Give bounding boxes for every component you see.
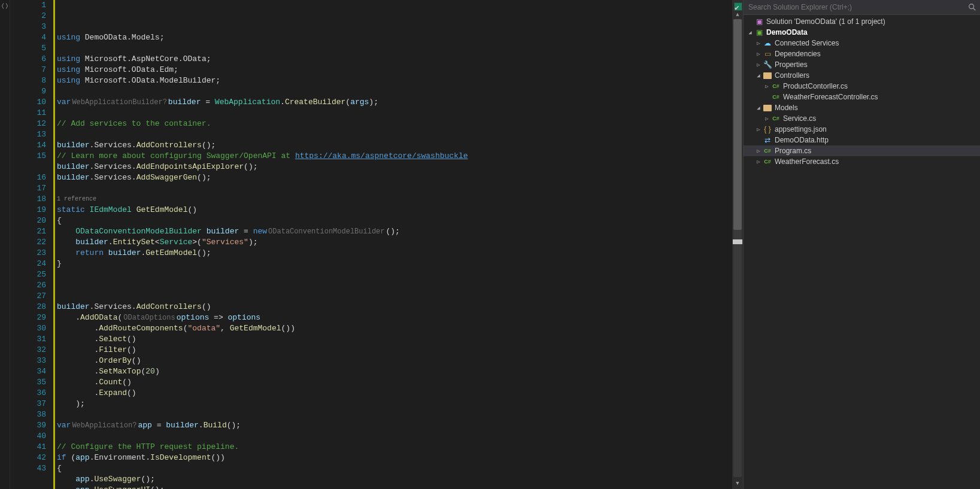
solution-tree[interactable]: ▣Solution 'DemoOData' (1 of 1 project)◢▣… bbox=[744, 15, 980, 489]
expand-toggle-icon[interactable]: ▷ bbox=[763, 83, 771, 89]
http-file-icon: ⇄ bbox=[763, 135, 772, 145]
code-line[interactable]: app.UseSwagger(); bbox=[57, 474, 732, 485]
code-brackets-icon bbox=[1, 2, 8, 12]
tree-node[interactable]: C#WeatherForecastController.cs bbox=[744, 92, 980, 102]
editor-scrollbar-strip[interactable]: ✔ ▲ ▼ bbox=[732, 0, 743, 489]
expand-toggle-icon[interactable]: ▷ bbox=[754, 159, 763, 165]
expand-toggle-icon[interactable]: ▷ bbox=[754, 62, 763, 68]
tree-node[interactable]: ⇄DemoOData.http bbox=[744, 135, 980, 145]
code-line[interactable]: } bbox=[57, 259, 732, 269]
code-line[interactable]: builder.EntitySet<Service>("Services"); bbox=[57, 237, 732, 248]
code-line[interactable]: builder.Services.AddEndpointsApiExplorer… bbox=[57, 162, 732, 172]
csharp-file-icon: C# bbox=[763, 157, 772, 166]
app-root: 1234567891011121314151617181920212223242… bbox=[0, 0, 980, 489]
nav-down-icon[interactable]: ▼ bbox=[735, 481, 741, 487]
tree-node[interactable]: ▷C#Service.cs bbox=[744, 113, 980, 124]
code-line[interactable]: .AddOData(ODataOptions options => option… bbox=[57, 312, 732, 323]
tree-node[interactable]: ◢▣DemoOData bbox=[744, 27, 980, 38]
line-number: 43 bbox=[10, 463, 46, 474]
expand-toggle-icon[interactable]: ▷ bbox=[754, 148, 763, 154]
json-file-icon: { } bbox=[763, 124, 772, 134]
code-line[interactable]: var WebApplication? app = builder.Build(… bbox=[57, 420, 732, 431]
code-line[interactable]: { bbox=[57, 215, 732, 226]
code-line[interactable]: static IEdmModel GetEdmModel() bbox=[57, 205, 732, 215]
code-line[interactable]: .Expand() bbox=[57, 388, 732, 399]
code-line[interactable]: using Microsoft.AspNetCore.OData; bbox=[57, 54, 732, 65]
csharp-file-icon: C# bbox=[771, 92, 781, 102]
tree-node[interactable]: ▷C#WeatherForecast.cs bbox=[744, 156, 980, 167]
vertical-scrollbar[interactable] bbox=[733, 19, 742, 477]
code-line[interactable]: .SetMaxTop(20) bbox=[57, 366, 732, 377]
tree-node-label: Models bbox=[775, 104, 798, 112]
code-line[interactable]: // Learn more about configuring Swagger/… bbox=[57, 151, 732, 162]
code-line[interactable]: .Filter() bbox=[57, 345, 732, 356]
code-line[interactable] bbox=[57, 280, 732, 291]
code-line[interactable]: .AddRouteComponents("odata", GetEdmModel… bbox=[57, 323, 732, 334]
doc-link[interactable]: https://aka.ms/aspnetcore/swashbuckle bbox=[295, 151, 468, 162]
line-number: 20 bbox=[10, 215, 46, 226]
code-line[interactable]: ); bbox=[57, 399, 732, 409]
inlay-hint: WebApplication? bbox=[71, 420, 138, 431]
code-line[interactable]: builder.Services.AddControllers(); bbox=[57, 140, 732, 151]
code-line[interactable] bbox=[57, 431, 732, 442]
code-line[interactable]: { bbox=[57, 463, 732, 474]
line-number: 6 bbox=[10, 54, 46, 65]
expand-toggle-icon[interactable]: ◢ bbox=[746, 29, 754, 35]
line-number: 26 bbox=[10, 280, 46, 291]
code-line[interactable]: // Add services to the container. bbox=[57, 119, 732, 129]
nav-up-icon[interactable]: ▲ bbox=[735, 12, 741, 18]
code-line[interactable]: var WebApplicationBuilder? builder = Web… bbox=[57, 97, 732, 108]
expand-toggle-icon[interactable]: ▷ bbox=[754, 126, 763, 132]
line-number: 36 bbox=[10, 388, 46, 399]
line-number: 21 bbox=[10, 226, 46, 237]
code-line[interactable]: app.UseSwaggerUI(); bbox=[57, 485, 732, 489]
expand-toggle-icon[interactable]: ◢ bbox=[754, 72, 763, 78]
code-line[interactable] bbox=[57, 43, 732, 54]
expand-toggle-icon[interactable]: ▷ bbox=[754, 40, 763, 46]
svg-point-0 bbox=[969, 4, 974, 9]
line-number: 29 bbox=[10, 312, 46, 323]
code-line[interactable] bbox=[57, 269, 732, 280]
scrollbar-thumb[interactable] bbox=[733, 19, 742, 230]
code-line[interactable]: .OrderBy() bbox=[57, 356, 732, 366]
tree-node[interactable]: ◢Controllers bbox=[744, 70, 980, 81]
expand-toggle-icon[interactable]: ◢ bbox=[754, 105, 763, 111]
code-line[interactable] bbox=[57, 86, 732, 97]
code-line[interactable] bbox=[57, 108, 732, 119]
code-line[interactable] bbox=[57, 291, 732, 302]
expand-toggle-icon[interactable]: ▷ bbox=[763, 116, 771, 122]
code-line[interactable]: ODataConventionModelBuilder builder = ne… bbox=[57, 226, 732, 237]
code-line[interactable]: using Microsoft.OData.Edm; bbox=[57, 65, 732, 75]
tree-node[interactable]: ▷▭Dependencies bbox=[744, 48, 980, 59]
code-line[interactable]: using Microsoft.OData.ModelBuilder; bbox=[57, 75, 732, 86]
error-status-indicator[interactable]: ✔ bbox=[734, 2, 742, 11]
tree-node[interactable]: ▷🔧Properties bbox=[744, 59, 980, 70]
code-line[interactable]: .Select() bbox=[57, 334, 732, 345]
tree-node[interactable]: ▷☁Connected Services bbox=[744, 38, 980, 48]
tree-node-label: ProductContorller.cs bbox=[783, 82, 848, 90]
code-editor[interactable]: 1234567891011121314151617181920212223242… bbox=[0, 0, 743, 489]
solution-search-bar[interactable] bbox=[744, 0, 980, 15]
tree-node[interactable]: ▷C#ProductContorller.cs bbox=[744, 81, 980, 92]
tree-node[interactable]: ◢Models bbox=[744, 102, 980, 113]
search-icon[interactable] bbox=[968, 3, 976, 11]
code-line[interactable] bbox=[57, 129, 732, 140]
codelens[interactable]: 1 reference bbox=[57, 194, 732, 205]
code-line[interactable] bbox=[57, 183, 732, 194]
code-line[interactable] bbox=[57, 409, 732, 420]
tree-node[interactable]: ▷{ }appsettings.json bbox=[744, 124, 980, 135]
line-number: 10 bbox=[10, 97, 46, 108]
code-line[interactable]: using DemoOData.Models; bbox=[57, 32, 732, 43]
code-line[interactable]: builder.Services.AddSwaggerGen(); bbox=[57, 172, 732, 183]
code-line[interactable]: // Configure the HTTP request pipeline. bbox=[57, 442, 732, 452]
expand-toggle-icon[interactable]: ▷ bbox=[754, 51, 763, 57]
tree-node[interactable]: ▣Solution 'DemoOData' (1 of 1 project) bbox=[744, 16, 980, 27]
code-line[interactable]: return builder.GetEdmModel(); bbox=[57, 248, 732, 259]
tree-node[interactable]: ▷C#Program.cs bbox=[744, 145, 980, 156]
code-line[interactable]: if (app.Environment.IsDevelopment()) bbox=[57, 452, 732, 463]
code-body[interactable]: using DemoOData.Models;using Microsoft.A… bbox=[53, 0, 732, 489]
inlay-hint: ODataConventionModelBuilder bbox=[267, 226, 386, 237]
code-line[interactable]: builder.Services.AddControllers() bbox=[57, 302, 732, 312]
solution-search-input[interactable] bbox=[747, 2, 968, 12]
code-line[interactable]: .Count() bbox=[57, 377, 732, 388]
